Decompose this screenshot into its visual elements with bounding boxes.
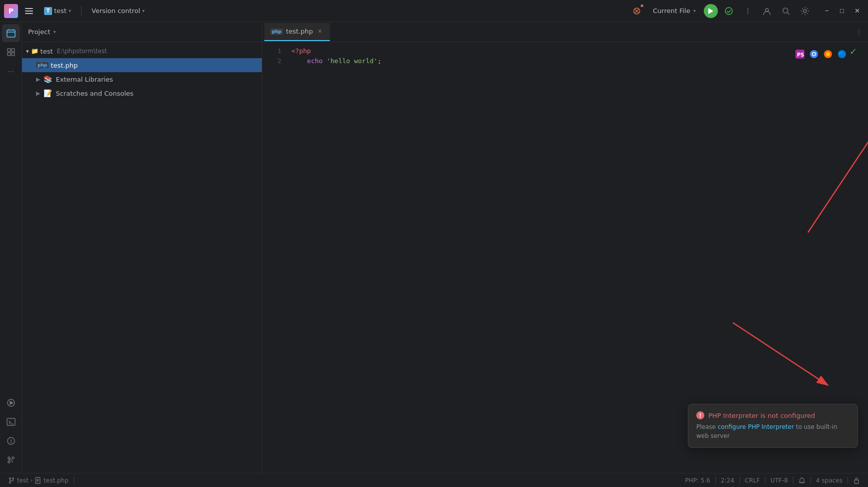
svg-rect-2 (25, 13, 33, 14)
svg-rect-19 (7, 418, 15, 425)
status-file-name: test.php (44, 477, 69, 484)
version-control-selector[interactable]: Version control ▾ (88, 5, 149, 17)
project-title-chevron: ▾ (53, 29, 56, 35)
titlebar-right: Current File ▾ ⋮ (629, 3, 864, 19)
status-lock[interactable] (849, 473, 864, 488)
svg-point-33 (826, 52, 830, 56)
library-icon: 📚 (44, 75, 52, 83)
string-literal: 'hello world' (326, 57, 377, 65)
branch-name: test (17, 477, 29, 484)
coverage-button[interactable] (721, 3, 737, 19)
scratches-icon: 📝 (44, 89, 52, 97)
tree-item-root[interactable]: ▾ 📁 test E:\phpstorm\test (22, 44, 262, 58)
profile-button[interactable] (759, 3, 775, 19)
line-sep-label: CRLF (745, 477, 760, 484)
status-position[interactable]: 2:24 (717, 473, 738, 488)
status-sep-6 (810, 477, 811, 484)
branch-separator: › (31, 477, 33, 483)
tab-bar: php test.php ✕ ⋮ (262, 22, 868, 42)
more-icon: ⋯ (8, 68, 14, 75)
status-branch[interactable]: test › test.php (4, 473, 73, 488)
status-encoding[interactable]: UTF-8 (766, 473, 792, 488)
project-title: Project (28, 28, 50, 36)
position-label: 2:24 (721, 477, 734, 484)
tab-more-icon: ⋮ (856, 28, 862, 36)
status-sep-3 (739, 477, 740, 484)
more-actions-button[interactable]: ⋮ (740, 3, 756, 19)
tab-label: test.php (286, 28, 313, 35)
more-icon: ⋮ (745, 7, 751, 15)
notification-error-icon: ! (696, 411, 704, 419)
semicolon: ; (377, 57, 381, 65)
sidebar-item-project[interactable] (2, 24, 20, 42)
status-sep-7 (847, 477, 848, 484)
svg-rect-13 (8, 49, 11, 52)
svg-point-9 (783, 8, 788, 13)
maximize-button[interactable]: □ (835, 4, 849, 18)
sidebar-item-learn[interactable] (2, 394, 20, 412)
firefox-browser-icon[interactable] (822, 48, 834, 60)
php-version-label: PHP: 5.6 (685, 477, 710, 484)
tree-testphp-label: test.php (51, 62, 78, 69)
code-editor[interactable]: 1 2 <?php echo 'hello world'; ✓ PS (262, 42, 868, 473)
sidebar-item-more[interactable]: ⋯ (2, 62, 20, 80)
sidebar-item-problems[interactable] (2, 432, 20, 450)
sidebar-item-plugins[interactable] (2, 43, 20, 61)
php-file-icon-status (35, 477, 42, 484)
version-control-chevron: ▾ (142, 8, 145, 14)
notification-title-text: PHP Interpreter is not configured (708, 412, 815, 419)
run-button[interactable] (704, 4, 718, 18)
edge-browser-icon[interactable] (836, 48, 848, 60)
chrome-browser-icon[interactable] (808, 48, 820, 60)
tree-collapse-icon: ▾ (26, 48, 29, 55)
search-button[interactable] (778, 3, 794, 19)
svg-rect-12 (7, 30, 15, 37)
close-button[interactable]: ✕ (850, 4, 864, 18)
svg-rect-14 (12, 49, 15, 52)
svg-point-11 (803, 10, 806, 13)
notifications-icon (798, 477, 805, 484)
tree-root-label: test (41, 48, 53, 55)
phpstorm-browser-icon[interactable]: PS (794, 48, 806, 60)
svg-point-25 (12, 457, 14, 459)
titlebar: P T test ▾ Version control ▾ Current Fil… (0, 0, 868, 22)
status-notifications[interactable] (794, 473, 809, 488)
sidebar-item-git[interactable] (2, 451, 20, 469)
run-config-selector[interactable]: Current File ▾ (648, 5, 701, 17)
tree-item-scratches[interactable]: ▶ 📝 Scratches and Consoles (22, 86, 262, 100)
version-control-label: Version control (92, 7, 140, 15)
svg-rect-1 (25, 11, 33, 12)
svg-point-23 (11, 442, 11, 443)
minimize-button[interactable]: − (820, 4, 834, 18)
tree-item-extlibs[interactable]: ▶ 📚 External Libraries (22, 72, 262, 86)
tree-item-testphp[interactable]: php test.php (22, 58, 262, 72)
code-line-1: <?php (287, 46, 868, 56)
current-file-chevron: ▾ (693, 8, 696, 14)
tree-extlibs-label: External Libraries (56, 76, 113, 83)
configure-php-link[interactable]: configure PHP Interpreter (718, 423, 794, 430)
svg-marker-6 (708, 8, 713, 14)
settings-button[interactable] (797, 3, 813, 19)
svg-point-38 (10, 477, 11, 479)
encoding-label: UTF-8 (770, 477, 788, 484)
svg-point-39 (10, 481, 11, 483)
menu-button[interactable] (22, 4, 36, 18)
browser-icons: PS (794, 48, 848, 60)
current-file-label: Current File (653, 7, 690, 15)
tab-testphp[interactable]: php test.php ✕ (264, 23, 330, 41)
status-line-sep[interactable]: CRLF (741, 473, 764, 488)
tree-root-path: E:\phpstorm\test (57, 48, 107, 55)
sidebar-item-terminal[interactable] (2, 413, 20, 431)
line-num-1: 1 (262, 46, 281, 56)
status-php-version[interactable]: PHP: 5.6 (681, 473, 714, 488)
echo-keyword: echo (307, 57, 322, 65)
window-controls: − □ ✕ (820, 4, 864, 18)
status-sep-1 (74, 477, 74, 484)
status-indent[interactable]: 4 spaces (812, 473, 846, 488)
check-mark: ✓ (849, 46, 857, 57)
debug-config-button[interactable] (629, 3, 645, 19)
tab-close-button[interactable]: ✕ (316, 28, 324, 36)
project-selector[interactable]: T test ▾ (40, 5, 75, 17)
status-sep-2 (715, 477, 716, 484)
tab-more-button[interactable]: ⋮ (852, 25, 866, 39)
